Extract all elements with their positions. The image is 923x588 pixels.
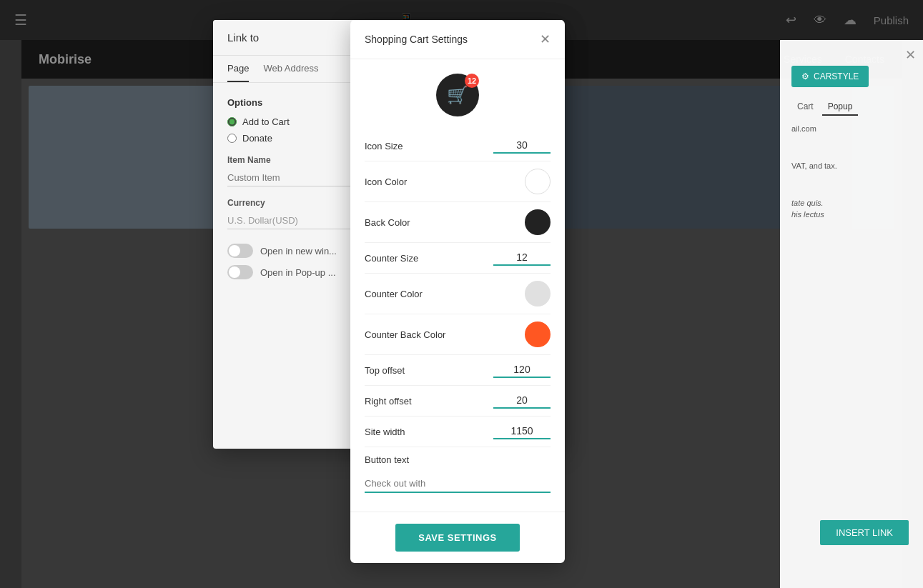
back-color-swatch[interactable]	[525, 209, 551, 235]
site-width-label: Site width	[365, 427, 405, 437]
button-text-input-wrap	[365, 472, 551, 502]
top-offset-row: Top offset	[365, 355, 551, 386]
open-popup-label: Open in Pop-up ...	[260, 267, 336, 278]
paragraph-1: tate quis.	[791, 199, 912, 207]
open-new-window-toggle[interactable]	[227, 244, 253, 258]
cart-style-button[interactable]: ⚙ CARSTYLE	[791, 66, 869, 87]
site-width-input[interactable]	[493, 424, 551, 439]
button-text-input[interactable]	[365, 475, 551, 493]
icon-color-label: Icon Color	[365, 176, 407, 187]
cart-dialog-footer: SAVE SETTINGS	[350, 512, 565, 563]
open-new-window-label: Open in new win...	[260, 246, 337, 256]
cart-dialog-title: Shopping Cart Settings	[365, 34, 468, 45]
save-settings-button[interactable]: SAVE SETTINGS	[395, 524, 520, 552]
open-popup-toggle[interactable]	[227, 265, 253, 279]
icon-color-swatch[interactable]	[525, 169, 551, 194]
link-tab-page[interactable]: Page	[227, 56, 249, 82]
email-field-display: ail.com	[791, 124, 912, 133]
cart-icon-wrapper: 🛒 12	[436, 74, 479, 116]
right-panel-close-button[interactable]: ✕	[905, 47, 916, 63]
icon-color-row: Icon Color	[365, 161, 551, 202]
radio-donate[interactable]	[227, 134, 237, 143]
counter-size-label: Counter Size	[365, 253, 418, 264]
right-offset-input[interactable]	[493, 393, 551, 409]
right-offset-label: Right offset	[365, 396, 412, 407]
panel-tab-cart[interactable]: Cart	[791, 99, 819, 116]
cart-icon: 🛒	[447, 85, 468, 105]
gear-icon: ⚙	[801, 71, 809, 81]
back-color-row: Back Color	[365, 202, 551, 243]
top-offset-input[interactable]	[493, 362, 551, 378]
site-width-row: Site width	[365, 417, 551, 447]
right-settings-panel: ✕ ⚙ CARSTYLE Cart Popup ail.com VAT, and…	[780, 40, 923, 588]
cart-dialog-body: 🛒 12 Icon Size Icon Color Back Color Cou…	[350, 59, 565, 512]
counter-back-color-swatch[interactable]	[525, 322, 551, 347]
cart-badge: 12	[465, 74, 479, 88]
insert-link-button[interactable]: INSERT LINK	[820, 520, 909, 545]
panel-tab-popup[interactable]: Popup	[822, 99, 859, 116]
counter-back-color-label: Counter Back Color	[365, 329, 445, 340]
radio-add-to-cart[interactable]	[227, 117, 237, 126]
counter-color-row: Counter Color	[365, 274, 551, 314]
top-offset-label: Top offset	[365, 365, 405, 376]
cart-dialog-close-button[interactable]: ✕	[540, 31, 551, 47]
counter-size-input[interactable]	[493, 250, 551, 266]
counter-size-row: Counter Size	[365, 243, 551, 274]
counter-color-label: Counter Color	[365, 289, 423, 299]
icon-size-row: Icon Size	[365, 131, 551, 161]
vat-text: VAT, and tax.	[791, 161, 912, 170]
counter-back-color-row: Counter Back Color	[365, 314, 551, 355]
button-text-label: Button text	[365, 454, 409, 465]
icon-size-input[interactable]	[493, 138, 551, 154]
paragraph-2: his lectus	[791, 210, 912, 219]
right-offset-row: Right offset	[365, 386, 551, 417]
counter-color-swatch[interactable]	[525, 281, 551, 307]
button-text-row: Button text	[365, 447, 551, 472]
cart-settings-dialog: Shopping Cart Settings ✕ 🛒 12 Icon Size …	[350, 20, 565, 563]
link-tab-web-address[interactable]: Web Address	[263, 56, 318, 82]
icon-size-label: Icon Size	[365, 141, 403, 151]
cart-dialog-header: Shopping Cart Settings ✕	[350, 20, 565, 59]
back-color-label: Back Color	[365, 217, 410, 228]
panel-tabs: Cart Popup	[791, 99, 912, 116]
